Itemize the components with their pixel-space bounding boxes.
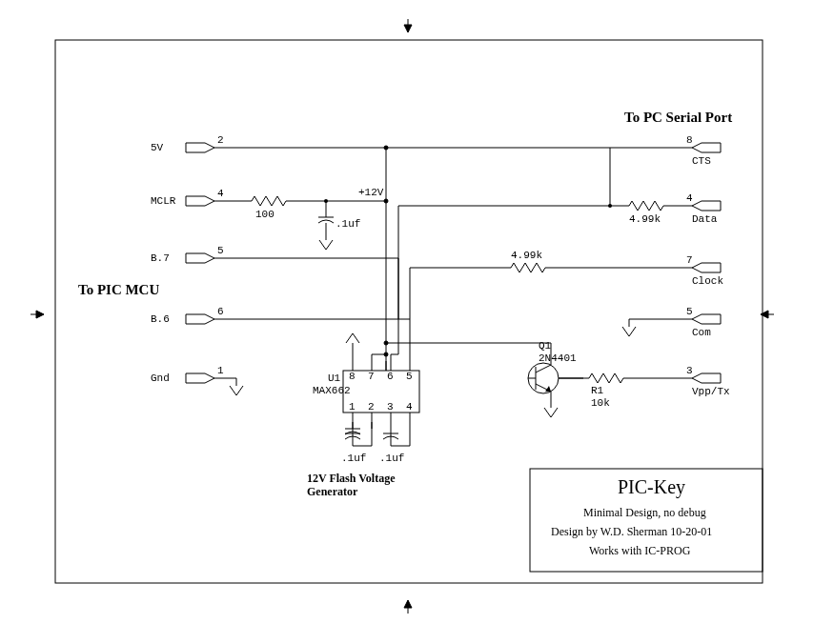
port-b7: B.7 5 [151,245,398,264]
svg-text:Data: Data [692,213,718,225]
heading-right: To PC Serial Port [624,110,732,125]
title-line2: Design by W.D. Sherman 10-20-01 [551,525,712,538]
svg-text:2N4401: 2N4401 [539,352,577,364]
svg-text:Q1: Q1 [539,340,552,352]
svg-text:4.99k: 4.99k [629,213,661,225]
svg-text:100: 100 [255,209,275,220]
heading-left: To PIC MCU [78,282,159,297]
svg-text:5: 5 [406,371,413,382]
svg-marker-7 [761,311,768,318]
svg-text:10k: 10k [591,397,610,409]
title-line3: Works with IC-PROG [589,544,691,557]
svg-text:7: 7 [686,254,693,266]
svg-text:6: 6 [387,371,394,382]
r1: R1 10k [562,373,629,409]
port-gnd: Gnd 1 [151,365,243,395]
svg-text:Com: Com [692,327,711,338]
svg-marker-3 [404,600,412,608]
cap2-label: .1uf [341,453,366,464]
svg-text:B.6: B.6 [151,313,170,325]
svg-text:7: 7 [368,371,375,382]
port-b6: B.6 6 [151,306,410,325]
port-cts: 8 CTS [610,134,721,167]
cap-c2 [345,422,379,434]
svg-text:5V: 5V [151,142,164,153]
cap3-label: .1uf [379,453,404,464]
title-line1: Minimal Design, no debug [583,506,706,519]
title: PIC-Key [618,476,685,498]
svg-text:4: 4 [406,401,413,413]
svg-text:2: 2 [368,401,375,413]
svg-text:5: 5 [686,306,693,317]
svg-marker-1 [404,25,412,32]
svg-text:.1uf: .1uf [336,218,360,230]
svg-text:5: 5 [217,245,224,256]
svg-text:Vpp/Tx: Vpp/Tx [692,386,730,397]
svg-text:1: 1 [217,365,224,376]
svg-line-69 [536,365,551,372]
svg-text:CTS: CTS [692,155,711,167]
svg-point-103 [384,352,388,356]
svg-text:6: 6 [217,306,224,317]
svg-text:4: 4 [686,192,693,204]
svg-text:3: 3 [686,365,693,376]
svg-text:B.7: B.7 [151,252,170,264]
svg-text:MCLR: MCLR [151,195,176,207]
svg-point-34 [384,199,388,203]
port-vpp: 3 Vpp/Tx [629,365,730,397]
port-clock: 4.99k 7 Clock [505,250,723,287]
svg-text:Clock: Clock [692,275,723,287]
gen-label2: Generator [307,485,358,498]
svg-text:8: 8 [349,371,356,382]
svg-text:8: 8 [686,134,693,146]
svg-text:Gnd: Gnd [151,372,170,384]
port-5v: 5V 2 [151,134,386,153]
u1: 8 7 6 5 1 2 3 4 U1 MAX662 [313,361,419,422]
svg-text:R1: R1 [591,385,604,396]
port-mclr: MCLR 4 100 [151,188,386,220]
svg-text:MAX662: MAX662 [313,385,351,396]
svg-text:4: 4 [217,188,224,199]
svg-point-74 [384,341,388,345]
q1: Q1 2N4401 [384,340,577,417]
svg-text:U1: U1 [328,372,341,384]
title-block: PIC-Key Minimal Design, no debug Design … [530,469,763,572]
svg-text:2: 2 [217,134,224,146]
svg-text:1: 1 [349,401,356,413]
cap-mclr: .1uf [318,199,360,250]
svg-text:3: 3 [387,401,394,413]
gen-label1: 12V Flash Voltage [307,472,396,485]
port-com: 5 Com [622,306,721,338]
svg-point-36 [384,146,388,150]
svg-marker-5 [36,311,44,318]
svg-text:4.99k: 4.99k [511,250,542,261]
label-12v: +12V [358,187,384,198]
